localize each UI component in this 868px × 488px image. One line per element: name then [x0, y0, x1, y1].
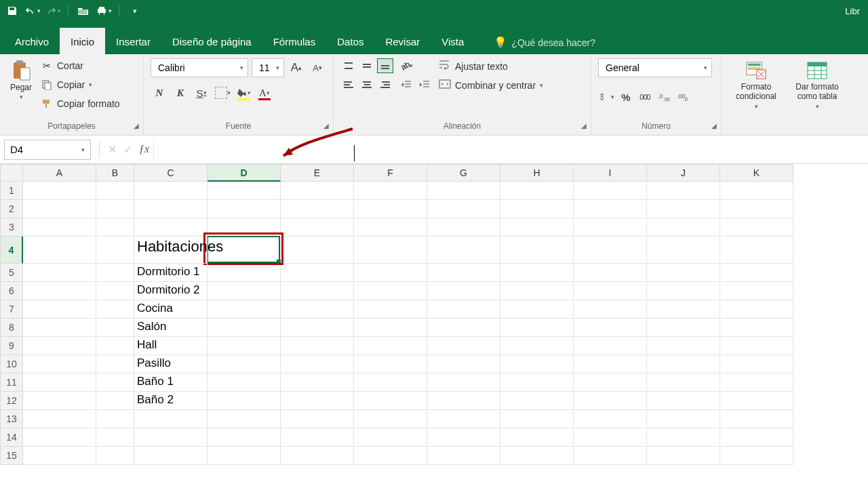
- cell-G2[interactable]: [427, 200, 500, 218]
- cell-G5[interactable]: [427, 264, 500, 282]
- row-header-5[interactable]: 5: [0, 264, 23, 282]
- number-format-combo[interactable]: General▾: [598, 58, 712, 77]
- cell-E4[interactable]: [281, 237, 354, 264]
- cell-H7[interactable]: [500, 300, 574, 319]
- row-header-14[interactable]: 14: [0, 428, 23, 447]
- insert-function-button[interactable]: ƒx: [139, 143, 149, 156]
- cell-C3[interactable]: [134, 218, 208, 237]
- cell-K10[interactable]: [720, 355, 793, 373]
- cell-K6[interactable]: [720, 282, 793, 300]
- cell-G4[interactable]: [427, 237, 500, 264]
- row-header-4[interactable]: 4: [0, 237, 23, 264]
- cell-H9[interactable]: [500, 337, 574, 355]
- row-header-8[interactable]: 8: [0, 319, 23, 337]
- cell-D12[interactable]: [208, 392, 281, 410]
- cell-B10[interactable]: [96, 355, 134, 373]
- cell-J1[interactable]: [647, 182, 720, 200]
- cell-E10[interactable]: [281, 355, 354, 373]
- cell-E8[interactable]: [281, 319, 354, 337]
- dialog-launcher-icon[interactable]: ◢: [323, 122, 329, 129]
- align-bottom-button[interactable]: [377, 58, 393, 73]
- cell-I13[interactable]: [574, 410, 647, 428]
- cell-J7[interactable]: [647, 300, 720, 319]
- cell-G14[interactable]: [427, 428, 500, 447]
- cell-D10[interactable]: [208, 355, 281, 373]
- cell-F10[interactable]: [354, 355, 427, 373]
- cell-H2[interactable]: [500, 200, 574, 218]
- dialog-launcher-icon[interactable]: ◢: [711, 122, 717, 129]
- cell-F9[interactable]: [354, 337, 427, 355]
- cell-F5[interactable]: [354, 264, 427, 282]
- cell-G3[interactable]: [427, 218, 500, 237]
- formula-input[interactable]: [153, 140, 868, 160]
- cell-D11[interactable]: [208, 373, 281, 392]
- cell-F14[interactable]: [354, 428, 427, 447]
- cell-C1[interactable]: [134, 182, 208, 200]
- cell-I14[interactable]: [574, 428, 647, 447]
- cell-G11[interactable]: [427, 373, 500, 392]
- cell-K2[interactable]: [720, 200, 793, 218]
- percent-button[interactable]: %: [617, 88, 635, 106]
- cell-B1[interactable]: [96, 182, 134, 200]
- cell-J8[interactable]: [647, 319, 720, 337]
- cell-D14[interactable]: [208, 428, 281, 447]
- cell-G10[interactable]: [427, 355, 500, 373]
- cell-I11[interactable]: [574, 373, 647, 392]
- format-painter-button[interactable]: Copiar formato: [41, 96, 120, 111]
- cell-G1[interactable]: [427, 182, 500, 200]
- decrease-indent-button[interactable]: [399, 77, 415, 92]
- cell-D8[interactable]: [208, 319, 281, 337]
- column-header-K[interactable]: K: [720, 164, 793, 182]
- cell-H4[interactable]: [500, 237, 574, 264]
- dialog-launcher-icon[interactable]: ◢: [134, 122, 139, 129]
- cell-H3[interactable]: [500, 218, 574, 237]
- cell-H1[interactable]: [500, 182, 574, 200]
- column-header-J[interactable]: J: [647, 164, 720, 182]
- row-header-9[interactable]: 9: [0, 337, 23, 355]
- cell-A10[interactable]: [23, 355, 96, 373]
- cell-D9[interactable]: [208, 337, 281, 355]
- name-box[interactable]: D4▾: [4, 140, 91, 160]
- cell-A12[interactable]: [23, 392, 96, 410]
- cell-C11[interactable]: Baño 1: [134, 373, 208, 392]
- cell-E11[interactable]: [281, 373, 354, 392]
- cell-K14[interactable]: [720, 428, 793, 447]
- cell-A8[interactable]: [23, 319, 96, 337]
- cell-H13[interactable]: [500, 410, 574, 428]
- cell-B11[interactable]: [96, 373, 134, 392]
- cell-J13[interactable]: [647, 410, 720, 428]
- cell-F15[interactable]: [354, 447, 427, 465]
- tab-formulas[interactable]: Fórmulas: [262, 28, 327, 54]
- cell-A3[interactable]: [23, 218, 96, 237]
- cell-I1[interactable]: [574, 182, 647, 200]
- cell-D13[interactable]: [208, 410, 281, 428]
- orientation-button[interactable]: ab▾: [399, 58, 415, 73]
- increase-decimal-button[interactable]: .0.00: [655, 88, 673, 106]
- cell-J2[interactable]: [647, 200, 720, 218]
- cell-H14[interactable]: [500, 428, 574, 447]
- cell-K8[interactable]: [720, 319, 793, 337]
- align-center-button[interactable]: [359, 77, 375, 92]
- bold-button[interactable]: N: [151, 84, 168, 102]
- align-top-button[interactable]: [340, 58, 357, 73]
- tab-home[interactable]: Inicio: [60, 28, 105, 54]
- cell-D3[interactable]: [208, 218, 281, 237]
- row-header-7[interactable]: 7: [0, 300, 23, 319]
- cell-J9[interactable]: [647, 337, 720, 355]
- cell-K4[interactable]: [720, 237, 793, 264]
- cell-A14[interactable]: [23, 428, 96, 447]
- cell-E7[interactable]: [281, 300, 354, 319]
- save-icon[interactable]: [4, 3, 20, 19]
- row-header-12[interactable]: 12: [0, 392, 23, 410]
- cell-G8[interactable]: [427, 319, 500, 337]
- cell-C8[interactable]: Salón: [134, 319, 208, 337]
- cell-I4[interactable]: [574, 237, 647, 264]
- decrease-font-button[interactable]: A▾: [309, 59, 326, 77]
- column-header-G[interactable]: G: [427, 164, 500, 182]
- cell-F4[interactable]: [354, 237, 427, 264]
- cell-A13[interactable]: [23, 410, 96, 428]
- italic-button[interactable]: K: [172, 84, 189, 102]
- cell-E12[interactable]: [281, 392, 354, 410]
- cell-K7[interactable]: [720, 300, 793, 319]
- cell-C9[interactable]: Hall: [134, 337, 208, 355]
